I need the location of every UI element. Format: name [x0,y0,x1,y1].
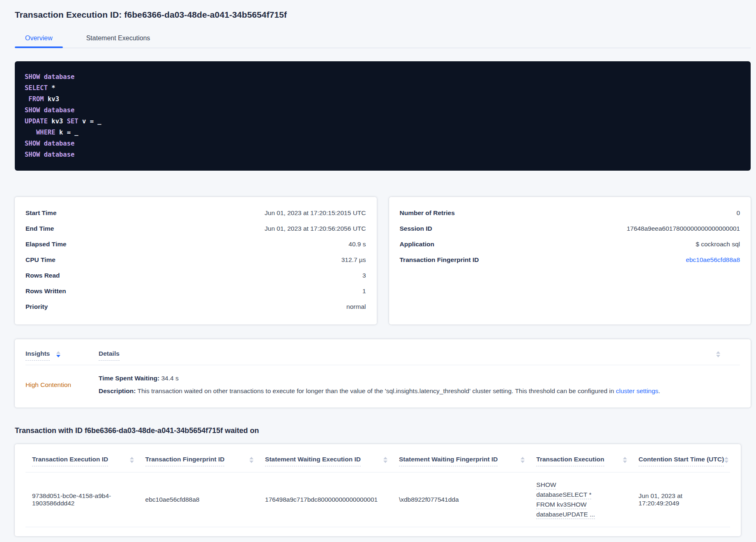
insight-type-badge: High Contention [25,381,71,389]
cluster-settings-link[interactable]: cluster settings [616,387,658,394]
insights-column-label[interactable]: Insights [25,350,50,361]
stat-row: Application$ cockroach sql [400,236,740,252]
sql-code-line: FROM kv3 [25,94,741,105]
description-text: This transaction waited on other transac… [137,387,616,394]
stat-row: Number of Retries0 [400,205,740,221]
sort-icon[interactable] [130,457,134,463]
stat-row: Transaction Fingerprint IDebc10ae56cfd88… [400,252,740,268]
sql-code-block: SHOW databaseSELECT * FROM kv3SHOW datab… [15,61,751,171]
sort-icon[interactable] [383,457,387,463]
stat-label: Start Time [25,209,57,217]
stat-label: Rows Written [25,287,66,295]
stat-label: Priority [25,303,48,310]
sql-code-line: SHOW database [25,149,741,160]
sort-icon[interactable] [724,457,728,463]
stat-label: Number of Retries [400,209,455,217]
stat-row: Start TimeJun 01, 2023 at 17:20:15:2015 … [25,205,366,221]
insight-details: Time Spent Waiting: 34.4 s Description: … [99,373,660,396]
stat-label: Session ID [400,225,432,232]
cell-statement-waiting-fingerprint-id: \xdb8922f077541dda [399,473,536,527]
cell-transaction-fingerprint-id: ebc10ae56cfd88a8 [145,473,265,527]
sort-icon[interactable] [249,457,254,463]
waited-column-label[interactable]: Transaction Fingerprint ID [145,456,225,466]
stat-label: CPU Time [25,256,55,264]
stat-label: Application [400,241,434,248]
waited-table-header-row: Transaction Execution IDTransaction Fing… [25,450,730,473]
waited-column-header: Transaction Execution [536,450,638,473]
stat-label: Elapsed Time [25,241,67,248]
page-title: Transaction Execution ID: f6be6366-da03-… [15,10,751,20]
sort-icon[interactable] [623,457,627,463]
stat-value: 312.7 µs [341,256,366,264]
stat-row: Elapsed Time40.9 s [25,236,366,252]
insights-table-header: Insights Details [25,347,740,361]
cell-transaction-execution-id: 9738d051-bc0e-4158-a9b4-1903586ddd42 [25,473,145,527]
summary-card-timing: Start TimeJun 01, 2023 at 17:20:15:2015 … [15,197,377,324]
sql-code-line: SELECT * [25,83,741,94]
stat-value: 0 [736,209,740,217]
stat-row: Prioritynormal [25,299,366,315]
stat-value: 17648a9eea6017800000000000000001 [627,225,740,232]
summary-card-session: Number of Retries0Session ID17648a9eea60… [389,197,751,324]
waited-on-table: Transaction Execution IDTransaction Fing… [25,450,730,527]
stat-value: 3 [362,272,366,279]
table-row: 9738d051-bc0e-4158-a9b4-1903586ddd42ebc1… [25,473,730,527]
insights-card: Insights Details High Contention Time Sp… [15,339,751,408]
sql-code-line: UPDATE kv3 SET v = _ [25,116,741,127]
waited-column-label[interactable]: Transaction Execution ID [32,456,108,466]
tab-bar: Overview Statement Executions [15,30,751,48]
tab-statement-executions[interactable]: Statement Executions [76,30,161,48]
cell-contention-start-time: Jun 01, 2023 at 17:20:49:2049 [638,473,730,527]
waited-column-label[interactable]: Transaction Execution [536,456,604,466]
stat-value: $ cockroach sql [696,241,740,248]
stat-value: Jun 01, 2023 at 17:20:15:2015 UTC [265,209,366,217]
waited-column-header: Contention Start Time (UTC) [638,450,730,473]
insights-column-header: Insights [25,350,99,361]
stat-row: Rows Written1 [25,283,366,299]
waiting-time-value: 34.4 s [161,375,178,382]
sort-icon[interactable] [716,351,720,357]
waited-column-label[interactable]: Statement Waiting Fingerprint ID [399,456,498,466]
stat-label: End Time [25,225,54,232]
waited-column-header: Transaction Execution ID [25,450,145,473]
stat-label: Rows Read [25,272,60,279]
waited-column-label[interactable]: Statement Waiting Execution ID [265,456,361,466]
sql-code-line: SHOW database [25,72,741,83]
stat-row: Session ID17648a9eea60178000000000000000… [400,221,740,236]
sql-code-line: WHERE k = _ [25,127,741,138]
stat-value: 1 [362,287,366,295]
cell-statement-waiting-execution-id: 176498a9c717bdc80000000000000001 [265,473,399,527]
stat-value-link[interactable]: ebc10ae56cfd88a8 [686,256,740,264]
waited-table-body: 9738d051-bc0e-4158-a9b4-1903586ddd42ebc1… [25,473,730,527]
waited-on-card: Transaction Execution IDTransaction Fing… [15,444,741,536]
stat-row: CPU Time312.7 µs [25,252,366,268]
waiting-time-label: Time Spent Waiting: [99,375,159,382]
sql-code-line: SHOW database [25,105,741,116]
insight-row: High Contention Time Spent Waiting: 34.4… [25,365,740,408]
sort-icon[interactable] [56,351,60,357]
transaction-execution-link[interactable]: SHOW databaseSELECT * FROM kv3SHOW datab… [536,480,608,519]
waited-on-heading: Transaction with ID f6be6366-da03-48de-a… [15,426,751,435]
waited-column-label[interactable]: Contention Start Time (UTC) [638,456,724,466]
stat-value: Jun 01, 2023 at 17:20:56:2056 UTC [265,225,366,232]
stat-value: normal [346,303,366,310]
tab-overview[interactable]: Overview [15,30,63,48]
stat-label: Transaction Fingerprint ID [400,256,479,264]
stat-row: End TimeJun 01, 2023 at 17:20:56:2056 UT… [25,221,366,236]
transaction-details-page: Transaction Execution ID: f6be6366-da03-… [0,10,756,542]
waited-column-header: Transaction Fingerprint ID [145,450,265,473]
stat-row: Rows Read3 [25,268,366,283]
stat-value: 40.9 s [348,241,366,248]
description-label: Description: [99,387,136,394]
sort-icon[interactable] [521,457,525,463]
sql-code-line: SHOW database [25,138,741,149]
summary-cards-row: Start TimeJun 01, 2023 at 17:20:15:2015 … [15,197,751,324]
waited-column-header: Statement Waiting Fingerprint ID [399,450,536,473]
cell-transaction-execution: SHOW databaseSELECT * FROM kv3SHOW datab… [536,473,638,527]
waited-column-header: Statement Waiting Execution ID [265,450,399,473]
details-column-label[interactable]: Details [99,350,120,361]
